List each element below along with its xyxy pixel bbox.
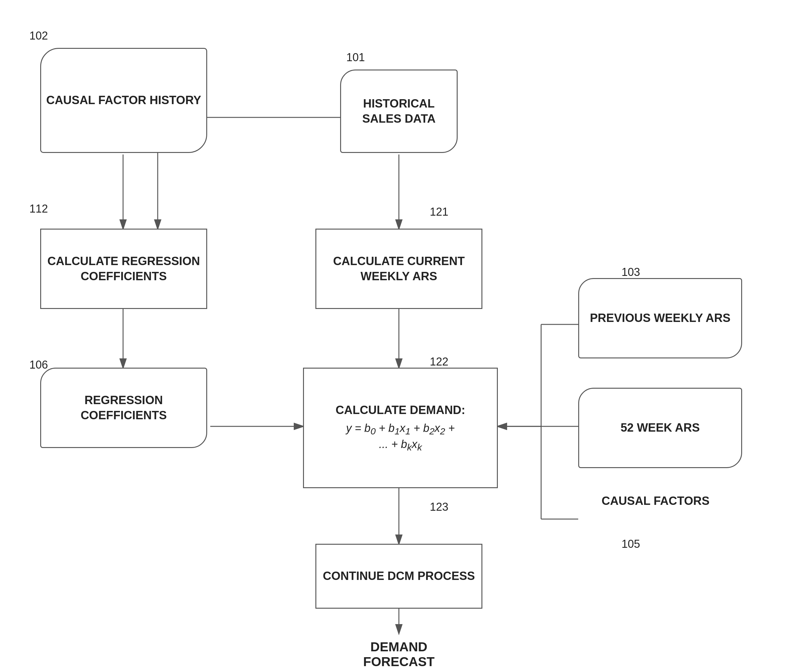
calculate-demand-title: CALCULATE DEMAND:	[335, 403, 465, 418]
calculate-regression-label: CALCULATE REGRESSION COEFFICIENTS	[44, 254, 203, 284]
historical-sales-data-box: HISTORICAL SALES DATA	[340, 69, 457, 153]
calculate-regression-box: CALCULATE REGRESSION COEFFICIENTS	[40, 229, 207, 309]
demand-formula-cont: ... + bkxk	[379, 437, 422, 453]
causal-factor-history-label: CAUSAL FACTOR HISTORY	[46, 93, 201, 108]
ref-122: 122	[430, 355, 448, 368]
ref-123: 123	[430, 501, 448, 514]
calculate-weekly-ars-box: CALCULATE CURRENT WEEKLY ARS	[315, 229, 482, 309]
previous-weekly-ars-box: PREVIOUS WEEKLY ARS	[578, 278, 742, 358]
ref-105: 105	[621, 538, 640, 550]
historical-sales-label: HISTORICAL SALES DATA	[344, 96, 454, 127]
week52-ars-box: 52 WEEK ARS	[578, 388, 742, 468]
demand-formula: y = b0 + b1x1 + b2x2 +	[346, 421, 455, 437]
demand-forecast-label: DEMAND FORECAST	[340, 640, 457, 669]
regression-coefficients-box: REGRESSION COEFFICIENTS	[40, 368, 207, 448]
ref-121: 121	[430, 205, 448, 218]
calculate-weekly-ars-label: CALCULATE CURRENT WEEKLY ARS	[319, 254, 478, 284]
ref-102: 102	[29, 29, 48, 42]
regression-coefficients-label: REGRESSION COEFFICIENTS	[44, 393, 203, 423]
ref-103: 103	[621, 266, 640, 279]
ref-101: 101	[346, 51, 365, 64]
causal-factor-history-box: CAUSAL FACTOR HISTORY	[40, 48, 207, 153]
continue-dcm-box: CONTINUE DCM PROCESS	[315, 544, 482, 609]
ref-112: 112	[29, 202, 48, 215]
ref-106: 106	[29, 358, 48, 371]
week52-ars-label: 52 WEEK ARS	[621, 420, 700, 435]
diagram-container: 102 CAUSAL FACTOR HISTORY 101 HISTORICAL…	[0, 0, 799, 672]
continue-dcm-label: CONTINUE DCM PROCESS	[323, 568, 475, 584]
causal-factors-label: CAUSAL FACTORS	[578, 494, 733, 508]
previous-weekly-ars-label: PREVIOUS WEEKLY ARS	[590, 310, 731, 326]
calculate-demand-box: CALCULATE DEMAND: y = b0 + b1x1 + b2x2 +…	[303, 368, 498, 488]
